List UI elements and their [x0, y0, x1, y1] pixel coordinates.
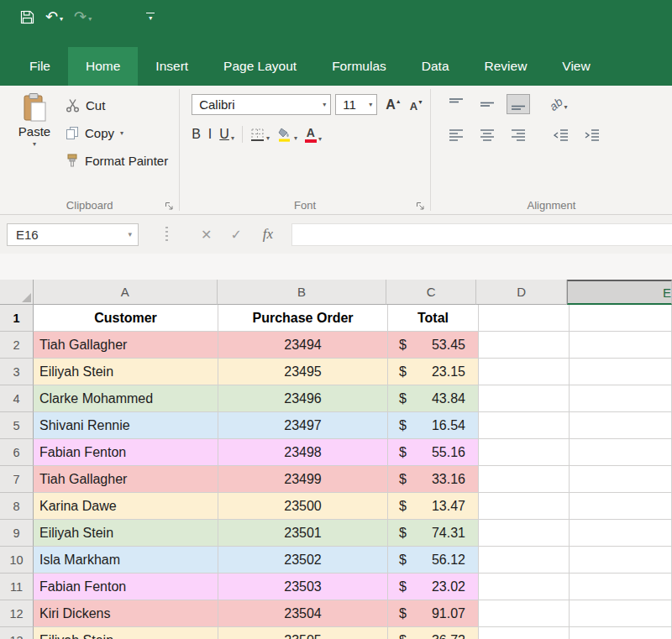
cell-customer[interactable]: Shivani Rennie — [34, 412, 218, 439]
customize-quick-access-button[interactable]: ▾ — [146, 13, 155, 22]
font-name-combobox[interactable]: Calibri ▾ — [192, 94, 331, 115]
cell-total[interactable]: $33.16 — [388, 466, 479, 493]
cell-empty[interactable] — [570, 466, 672, 493]
cell-purchase-order[interactable]: 23500 — [218, 493, 388, 520]
underline-button[interactable]: U ▾ — [219, 127, 234, 142]
format-painter-button[interactable]: Format Painter — [66, 151, 168, 170]
decrease-indent-button[interactable] — [549, 125, 573, 145]
cell-purchase-order[interactable]: 23501 — [218, 520, 388, 547]
cell-empty[interactable] — [570, 439, 672, 466]
cancel-button[interactable]: ✕ — [201, 227, 212, 243]
borders-button[interactable]: ▾ — [250, 128, 270, 142]
tab-insert[interactable]: Insert — [138, 47, 206, 86]
cut-button[interactable]: Cut — [66, 96, 168, 115]
paste-button[interactable]: Paste ▾ — [8, 92, 60, 192]
cell-empty[interactable] — [479, 493, 570, 520]
align-right-button[interactable] — [507, 125, 530, 145]
cell-purchase-order[interactable]: 23499 — [218, 466, 388, 493]
cell-customer[interactable]: Isla Markham — [34, 547, 218, 574]
cell-empty[interactable] — [479, 547, 570, 574]
copy-caret-icon[interactable]: ▾ — [120, 129, 123, 137]
font-size-caret-icon[interactable]: ▾ — [369, 101, 372, 108]
column-header-a[interactable]: A — [34, 280, 218, 305]
tab-page-layout[interactable]: Page Layout — [206, 47, 314, 86]
column-header-e[interactable]: E — [567, 280, 672, 305]
align-center-button[interactable] — [475, 125, 499, 145]
cell-empty[interactable] — [479, 332, 570, 359]
tab-view[interactable]: View — [544, 47, 607, 86]
row-header[interactable]: 1 — [0, 305, 34, 332]
cell-total[interactable]: $36.72 — [388, 627, 479, 639]
tab-home[interactable]: Home — [68, 47, 138, 86]
italic-button[interactable]: I — [208, 127, 212, 142]
redo-button[interactable]: ↷ ▾ — [74, 9, 92, 24]
cell-purchase-order[interactable]: 23497 — [218, 412, 388, 439]
row-header[interactable]: 3 — [0, 359, 34, 385]
cell-empty[interactable] — [570, 493, 672, 520]
insert-function-button[interactable]: fx — [263, 226, 273, 243]
tab-file[interactable]: File — [12, 47, 68, 86]
fill-color-button[interactable]: ▾ — [277, 128, 297, 142]
row-header[interactable]: 8 — [0, 493, 34, 520]
cell-purchase-order[interactable]: 23498 — [218, 439, 388, 466]
cell-empty[interactable] — [570, 385, 672, 412]
header-cell-customer[interactable]: Customer — [34, 305, 218, 332]
cell-empty[interactable] — [479, 574, 570, 600]
cell-empty[interactable] — [479, 520, 570, 547]
tab-formulas[interactable]: Formulas — [314, 47, 404, 86]
name-box[interactable]: E16 ▾ — [7, 223, 139, 246]
cell-purchase-order[interactable]: 23502 — [218, 547, 388, 574]
cell-customer[interactable]: Karina Dawe — [34, 493, 218, 520]
cell-total[interactable]: $74.31 — [388, 520, 479, 547]
paste-caret-icon[interactable]: ▾ — [33, 140, 36, 148]
cell-purchase-order[interactable]: 23503 — [218, 574, 388, 600]
row-header[interactable]: 11 — [0, 574, 34, 600]
underline-caret-icon[interactable]: ▾ — [231, 134, 234, 142]
bottom-align-button[interactable] — [507, 94, 530, 114]
cell-total[interactable]: $91.07 — [388, 600, 479, 627]
borders-caret-icon[interactable]: ▾ — [266, 134, 270, 142]
row-header[interactable]: 9 — [0, 520, 34, 547]
cell-total[interactable]: $13.47 — [388, 493, 479, 520]
tab-review[interactable]: Review — [467, 47, 545, 86]
bold-button[interactable]: B — [192, 127, 201, 142]
clipboard-dialog-launcher-icon[interactable] — [165, 199, 175, 209]
cell-purchase-order[interactable]: 23505 — [218, 627, 388, 639]
row-header[interactable]: 2 — [0, 332, 34, 359]
cell-empty[interactable] — [479, 627, 570, 639]
cell-customer[interactable]: Eiliyah Stein — [34, 359, 218, 385]
save-button[interactable] — [20, 10, 34, 24]
cell-empty[interactable] — [570, 574, 672, 600]
font-color-caret-icon[interactable]: ▾ — [318, 135, 322, 143]
font-dialog-launcher-icon[interactable] — [416, 199, 426, 209]
undo-caret-icon[interactable]: ▾ — [60, 16, 63, 24]
row-header[interactable]: 6 — [0, 439, 34, 466]
column-header-b[interactable]: B — [218, 280, 386, 305]
row-header[interactable]: 5 — [0, 412, 34, 439]
cell-purchase-order[interactable]: 23504 — [218, 600, 388, 627]
cell-total[interactable]: $56.12 — [388, 547, 479, 574]
decrease-font-size-button[interactable]: A▼ — [410, 100, 423, 113]
cell-empty[interactable] — [570, 359, 672, 385]
cell-empty[interactable] — [479, 385, 570, 412]
cell-empty[interactable] — [479, 412, 570, 439]
cell-empty[interactable] — [479, 600, 570, 627]
font-size-combobox[interactable]: 11 ▾ — [335, 94, 377, 115]
cell-purchase-order[interactable]: 23495 — [218, 359, 388, 385]
align-left-button[interactable] — [444, 125, 468, 145]
cell-empty[interactable] — [570, 627, 672, 639]
cell-empty[interactable] — [570, 412, 672, 439]
cell-empty[interactable] — [570, 600, 672, 627]
font-name-caret-icon[interactable]: ▾ — [323, 101, 326, 108]
cell-empty[interactable] — [479, 439, 570, 466]
top-align-button[interactable] — [444, 94, 468, 114]
name-box-caret-icon[interactable]: ▾ — [128, 230, 132, 238]
cell-customer[interactable]: Fabian Fenton — [34, 439, 218, 466]
row-header[interactable]: 10 — [0, 547, 34, 574]
row-header[interactable]: 13 — [0, 627, 34, 639]
cell-total[interactable]: $23.15 — [388, 359, 479, 385]
cell-total[interactable]: $53.45 — [388, 332, 479, 359]
cell-empty[interactable] — [570, 305, 672, 332]
cell-empty[interactable] — [479, 466, 570, 493]
cell-empty[interactable] — [570, 547, 672, 574]
